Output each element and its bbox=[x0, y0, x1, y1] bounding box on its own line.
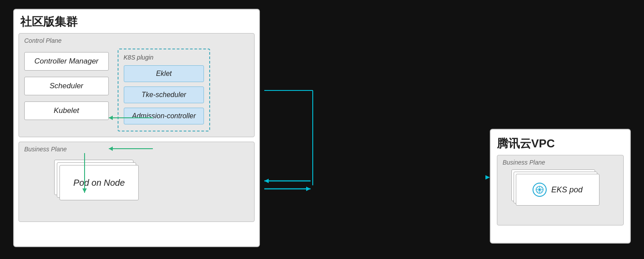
svg-marker-11 bbox=[306, 187, 311, 191]
plugin-items: Eklet Tke-scheduler Admission-controller bbox=[124, 65, 204, 124]
tke-scheduler-box: Tke-scheduler bbox=[124, 86, 204, 103]
middle-area bbox=[260, 9, 490, 256]
eks-icon bbox=[533, 183, 547, 197]
business-plane: Business Plane Pod on Node bbox=[19, 142, 255, 222]
eks-pod-label: EKS pod bbox=[551, 185, 582, 195]
eklet-box: Eklet bbox=[124, 65, 204, 82]
control-plane-content: Controller Manager Scheduler Kubelet K8S… bbox=[24, 49, 249, 131]
controller-manager-box: Controller Manager bbox=[24, 52, 109, 71]
pod-card-front: Pod on Node bbox=[59, 165, 139, 200]
diagram-wrapper: 社区版集群 Control Plane Controller Manager S… bbox=[0, 0, 644, 259]
admission-controller-box: Admission-controller bbox=[124, 108, 204, 124]
pod-stack-wrapper: Pod on Node bbox=[59, 165, 148, 209]
k8s-plugin-box: K8S plugin Eklet Tke-scheduler Admission… bbox=[118, 49, 211, 131]
vpc-business-plane: Business Plane bbox=[497, 155, 624, 225]
left-components: Controller Manager Scheduler Kubelet bbox=[24, 52, 109, 120]
vpc-plane-label: Business Plane bbox=[503, 159, 545, 166]
eks-svg-icon bbox=[535, 185, 544, 194]
diagram-container: 社区版集群 Control Plane Controller Manager S… bbox=[13, 9, 631, 250]
vpc-box: 腾讯云VPC Business Plane bbox=[490, 129, 631, 244]
vpc-title: 腾讯云VPC bbox=[497, 136, 624, 151]
k8s-plugin-label: K8S plugin bbox=[124, 54, 204, 61]
eks-stack-wrapper: EKS pod bbox=[516, 174, 604, 214]
business-plane-label: Business Plane bbox=[24, 146, 67, 153]
eks-card-front: EKS pod bbox=[516, 174, 600, 206]
control-plane-label: Control Plane bbox=[24, 37, 62, 44]
kubelet-box: Kubelet bbox=[24, 101, 109, 120]
middle-arrows bbox=[260, 9, 490, 256]
pod-label: Pod on Node bbox=[74, 178, 125, 188]
control-plane: Control Plane Controller Manager Schedul… bbox=[19, 33, 255, 137]
community-cluster: 社区版集群 Control Plane Controller Manager S… bbox=[13, 9, 260, 247]
scheduler-box: Scheduler bbox=[24, 77, 109, 95]
svg-marker-9 bbox=[264, 179, 269, 183]
cluster-title: 社区版集群 bbox=[19, 14, 255, 30]
